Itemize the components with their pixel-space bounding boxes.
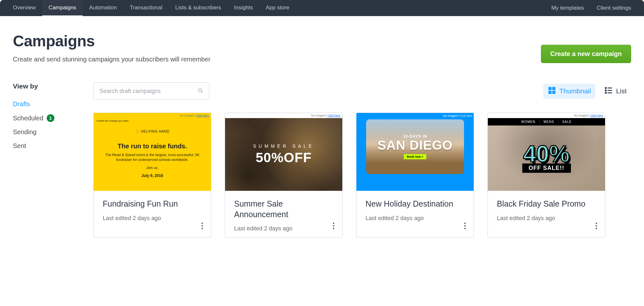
- svg-rect-5: [552, 91, 555, 94]
- view-thumbnail-button[interactable]: Thumbnail: [543, 84, 595, 99]
- svg-rect-2: [548, 87, 552, 90]
- thumb-small-text: SUMMER SALE: [253, 144, 314, 149]
- view-list-button[interactable]: List: [600, 84, 631, 99]
- campaign-thumbnail: No images? Click here 10-DAYS IN SAN DIE…: [356, 113, 474, 191]
- campaign-title: Fundraising Fun Run: [103, 199, 202, 209]
- thumb-linkbar: No images? Click here: [225, 113, 342, 118]
- thumb-body: The Read & Speed event is the largest, m…: [94, 153, 211, 162]
- campaign-card[interactable]: No images? Click here SUMMER SALE 50%OFF…: [225, 113, 343, 237]
- sidebar: View by Drafts Scheduled 1 Sending Sent: [13, 82, 93, 237]
- svg-point-12: [202, 223, 203, 224]
- thumb-forty: 40%: [523, 144, 570, 164]
- svg-point-21: [596, 223, 597, 224]
- campaign-card[interactable]: No images? Click here WOMENMENSSALE 40% …: [488, 113, 605, 237]
- more-icon: [201, 225, 203, 230]
- sidebar-item-drafts[interactable]: Drafts: [13, 97, 93, 111]
- sidebar-item-sending[interactable]: Sending: [13, 125, 93, 139]
- nav-lists-subscribers[interactable]: Lists & subscribers: [169, 0, 228, 16]
- more-icon: [333, 225, 335, 230]
- svg-point-19: [464, 225, 466, 227]
- cards-grid: No images? Click here Create the change …: [93, 113, 631, 237]
- campaign-subtitle: Last edited 2 days ago: [234, 225, 333, 232]
- thumb-join: Join us.: [94, 166, 211, 170]
- nav-right: My templates Client settings: [545, 0, 638, 16]
- svg-rect-4: [548, 91, 552, 94]
- campaign-card[interactable]: No images? Click here 10-DAYS IN SAN DIE…: [356, 113, 474, 237]
- campaign-subtitle: Last edited 2 days ago: [497, 215, 596, 222]
- nav-app-store[interactable]: App store: [260, 0, 296, 16]
- campaign-title: Summer Sale Announcement: [234, 199, 333, 219]
- campaign-card[interactable]: No images? Click here Create the change …: [93, 113, 211, 237]
- svg-line-1: [201, 91, 202, 92]
- thumb-date: July 9, 2016: [94, 173, 211, 178]
- thumb-linkbar: No images? Click here: [94, 113, 211, 118]
- sidebar-item-scheduled[interactable]: Scheduled 1: [13, 111, 93, 125]
- svg-point-16: [333, 225, 334, 227]
- more-icon: [464, 225, 466, 230]
- svg-point-17: [333, 228, 334, 229]
- svg-point-14: [202, 228, 203, 229]
- sidebar-item-label: Sending: [13, 128, 36, 136]
- create-campaign-button[interactable]: Create a new campaign: [541, 45, 631, 63]
- svg-point-22: [596, 225, 597, 227]
- sidebar-item-label: Drafts: [13, 100, 30, 108]
- sidebar-heading: View by: [13, 82, 93, 90]
- more-icon: [595, 225, 597, 230]
- campaign-title: Black Friday Sale Promo: [497, 199, 596, 209]
- svg-point-18: [464, 223, 466, 224]
- svg-point-15: [333, 223, 334, 224]
- sidebar-item-label: Scheduled: [13, 115, 43, 122]
- thumb-big-text: 50%OFF: [256, 150, 312, 165]
- svg-point-0: [198, 88, 202, 92]
- nav-transactional[interactable]: Transactional: [123, 0, 169, 16]
- more-menu-button[interactable]: [461, 220, 469, 233]
- nav-campaigns[interactable]: Campaigns: [42, 0, 83, 16]
- more-menu-button[interactable]: [593, 220, 600, 233]
- thumb-headline: The run to raise funds.: [94, 143, 211, 150]
- top-nav: Overview Campaigns Automation Transactio…: [0, 0, 644, 16]
- page-subtitle: Create and send stunning campaigns your …: [13, 56, 211, 63]
- svg-point-8: [605, 90, 606, 91]
- campaign-title: New Holiday Destination: [365, 199, 465, 209]
- thumb-topnote: Create the change you want: [94, 118, 211, 124]
- campaign-subtitle: Last edited 2 days ago: [365, 215, 465, 222]
- nav-left: Overview Campaigns Automation Transactio…: [6, 0, 296, 16]
- thumb-menubar: WOMENMENSSALE: [488, 118, 605, 125]
- nav-my-templates[interactable]: My templates: [545, 0, 590, 16]
- thumb-main-text: SAN DIEGO: [377, 139, 452, 152]
- search-input[interactable]: [99, 88, 197, 95]
- svg-point-13: [202, 225, 203, 227]
- grid-icon: [548, 86, 556, 96]
- more-menu-button[interactable]: [199, 220, 206, 233]
- list-icon: [604, 86, 613, 96]
- sidebar-item-label: Sent: [13, 142, 26, 150]
- svg-point-23: [596, 228, 597, 229]
- svg-rect-3: [552, 87, 555, 90]
- nav-insights[interactable]: Insights: [228, 0, 260, 16]
- thumb-logo: ✋ HELPING HAND: [94, 129, 211, 134]
- thumb-linkbar: No images? Click here: [366, 114, 472, 117]
- badge: 1: [47, 114, 54, 122]
- nav-client-settings[interactable]: Client settings: [590, 0, 638, 16]
- svg-point-10: [605, 92, 606, 93]
- nav-overview[interactable]: Overview: [6, 0, 42, 16]
- view-label: Thumbnail: [559, 87, 591, 95]
- thumb-off: OFF SALE!!: [522, 163, 571, 173]
- sidebar-item-sent[interactable]: Sent: [13, 139, 93, 153]
- campaign-thumbnail: No images? Click here SUMMER SALE 50%OFF: [225, 113, 342, 191]
- more-menu-button[interactable]: [330, 220, 337, 233]
- campaign-thumbnail: No images? Click here Create the change …: [94, 113, 211, 191]
- svg-point-20: [464, 228, 466, 229]
- campaign-subtitle: Last edited 2 days ago: [103, 215, 202, 222]
- nav-automation[interactable]: Automation: [83, 0, 123, 16]
- thumb-linkbar: No images? Click here: [488, 113, 605, 118]
- view-switch: Thumbnail List: [543, 84, 631, 99]
- view-label: List: [616, 87, 627, 95]
- page-title: Campaigns: [13, 32, 211, 50]
- campaign-thumbnail: No images? Click here WOMENMENSSALE 40% …: [488, 113, 605, 191]
- thumb-cta: Book now >: [404, 154, 427, 159]
- search-icon: [197, 88, 203, 95]
- svg-point-6: [605, 87, 606, 88]
- search-box[interactable]: [93, 82, 209, 100]
